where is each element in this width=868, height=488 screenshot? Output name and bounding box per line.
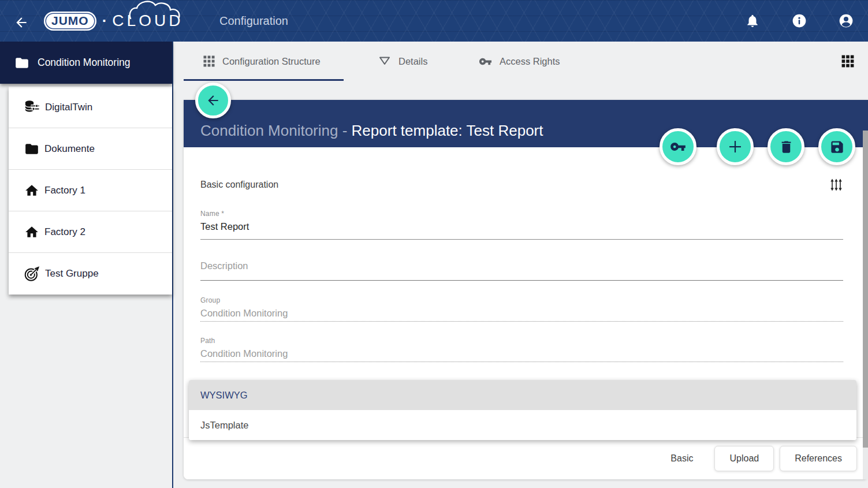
basic-configuration-form: Basic configuration Name * Test Report D… xyxy=(184,177,868,362)
sidebar-item-factory-2[interactable]: Factory 2 xyxy=(9,211,172,253)
home-icon xyxy=(24,183,39,198)
topbar-back-icon[interactable] xyxy=(14,15,29,30)
tab-access-rights[interactable]: Access Rights xyxy=(479,42,560,81)
sidebar-item-label: Dokumente xyxy=(44,143,95,155)
dropdown-option-wysiwyg[interactable]: WYSIWYG xyxy=(189,380,856,410)
funnel-icon xyxy=(378,55,391,68)
tab-configuration-structure[interactable]: Configuration Structure xyxy=(203,42,321,81)
template-type-dropdown: WYSIWYG JsTemplate xyxy=(189,380,856,440)
key-icon xyxy=(670,139,686,155)
sidebar-divider xyxy=(172,42,173,488)
save-button[interactable] xyxy=(818,128,855,165)
tab-label: Access Rights xyxy=(500,56,560,67)
delete-button[interactable] xyxy=(768,128,804,165)
description-field[interactable]: Description xyxy=(200,260,843,281)
dropdown-option-jstemplate[interactable]: JsTemplate xyxy=(189,410,856,440)
group-field-value: Condition Monitoring xyxy=(200,308,843,319)
scrollbar-track xyxy=(863,448,868,479)
bottom-tab-upload[interactable]: Upload xyxy=(714,446,774,471)
sidebar-item-label: DigitalTwin xyxy=(45,102,92,113)
main-tab-bar: Configuration Structure Details Access R… xyxy=(173,42,868,81)
add-button[interactable] xyxy=(717,128,754,165)
cloud-logo: CLOUD xyxy=(112,13,183,29)
panel-back-button[interactable] xyxy=(195,83,231,118)
description-field-placeholder[interactable]: Description xyxy=(200,260,843,271)
folder-icon xyxy=(14,55,29,70)
bottom-tab-strip: Basic Upload References xyxy=(184,437,868,479)
page-title: Configuration xyxy=(219,0,288,42)
sidebar-item-digitaltwin[interactable]: DigitalTwin xyxy=(9,87,172,128)
trash-icon xyxy=(778,139,794,155)
jumo-logo-badge: JUMO xyxy=(44,12,96,31)
name-field-value[interactable]: Test Report xyxy=(200,221,843,232)
panel-action-buttons xyxy=(660,128,855,165)
plus-icon xyxy=(727,138,744,155)
arrow-left-icon xyxy=(206,93,221,108)
logo-separator: · xyxy=(102,12,107,30)
save-floppy-icon xyxy=(829,139,845,155)
sidebar-header-condition-monitoring[interactable]: Condition Monitoring xyxy=(0,42,172,84)
tab-details[interactable]: Details xyxy=(378,42,427,81)
access-key-button[interactable] xyxy=(660,128,696,165)
sidebar-item-dokumente[interactable]: Dokumente xyxy=(9,128,172,170)
account-icon[interactable] xyxy=(839,13,854,28)
apps-grid-icon[interactable] xyxy=(841,55,854,68)
grid-icon xyxy=(203,55,215,67)
sidebar-header-label: Condition Monitoring xyxy=(38,57,131,69)
key-icon xyxy=(479,55,492,68)
target-icon xyxy=(24,266,40,282)
group-field: Group Condition Monitoring xyxy=(200,296,843,322)
bottom-tab-basic[interactable]: Basic xyxy=(655,453,709,464)
sidebar-item-test-gruppe[interactable]: Test Gruppe xyxy=(9,253,172,295)
scrollbar-thumb[interactable] xyxy=(863,131,868,448)
bottom-tab-references[interactable]: References xyxy=(780,446,857,471)
name-field-label: Name * xyxy=(200,210,843,218)
digital-twin-database-icon xyxy=(24,99,40,115)
topbar: JUMO · CLOUD Configuration xyxy=(0,0,868,42)
home-icon xyxy=(24,225,39,240)
name-field[interactable]: Name * Test Report xyxy=(200,210,843,240)
path-field: Path Condition Monitoring xyxy=(200,337,843,362)
sidebar-item-label: Factory 2 xyxy=(44,226,85,238)
panel-title-main: Report template: Test Report xyxy=(352,122,543,139)
sidebar-item-list: DigitalTwin Dokumente Factory 1 Factory … xyxy=(9,87,172,295)
topbar-actions xyxy=(745,0,854,42)
panel-title-prefix: Condition Monitoring - xyxy=(200,122,352,139)
tab-label: Configuration Structure xyxy=(222,56,321,67)
sidebar-item-label: Test Gruppe xyxy=(45,268,99,280)
group-field-label: Group xyxy=(200,296,843,304)
sidebar-item-factory-1[interactable]: Factory 1 xyxy=(9,170,172,211)
folder-icon xyxy=(24,141,39,157)
jumo-cloud-logo: JUMO · CLOUD xyxy=(44,0,183,42)
tune-sliders-icon[interactable] xyxy=(829,178,843,192)
notifications-bell-icon[interactable] xyxy=(745,13,760,28)
cloud-outline-icon xyxy=(127,0,191,20)
sidebar-item-label: Factory 1 xyxy=(44,185,85,196)
active-tab-underline xyxy=(184,79,344,81)
path-field-value: Condition Monitoring xyxy=(200,348,843,359)
info-icon[interactable] xyxy=(792,13,807,28)
tab-label: Details xyxy=(398,56,427,67)
path-field-label: Path xyxy=(200,337,843,345)
panel-title: Condition Monitoring - Report template: … xyxy=(200,122,543,140)
section-title: Basic configuration xyxy=(200,180,278,190)
